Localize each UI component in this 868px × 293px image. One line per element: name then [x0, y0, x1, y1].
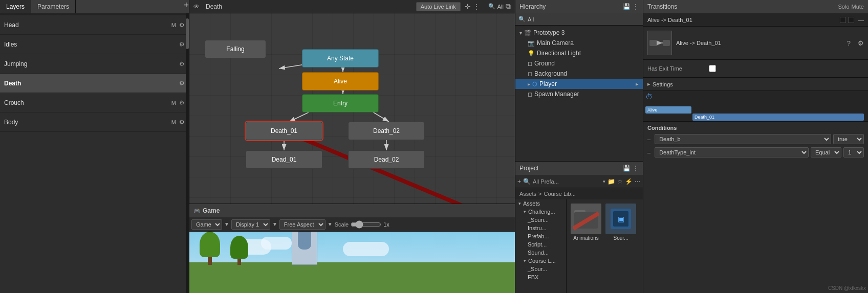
game-ground: [189, 262, 515, 293]
project-header-icons: 💾 ⋮: [623, 165, 639, 172]
proj-folder-fbx[interactable]: FBX: [515, 273, 566, 281]
scroll-thumb[interactable]: [186, 18, 189, 49]
animator-toolbar: ✛ ⋮: [465, 3, 480, 11]
game-display1-select[interactable]: Display 1: [231, 219, 270, 230]
animator-header: 👁 Death Auto Live Link ✛ ⋮ 🔍 All ⧉: [189, 0, 515, 13]
eye-icon[interactable]: 👁: [193, 3, 200, 10]
timeline-bars: Alive Death_01: [643, 102, 868, 122]
hier-item-main-camera[interactable]: 📷 Main Camera: [515, 38, 643, 48]
hier-item-background[interactable]: ◻ Background: [515, 69, 643, 79]
settings-icon[interactable]: ⚙: [858, 39, 864, 47]
tab-layers[interactable]: Layers: [0, 0, 31, 13]
mute-box[interactable]: [848, 17, 854, 23]
game-aspect-select[interactable]: Free Aspect: [279, 219, 326, 230]
tab-parameters[interactable]: Parameters: [31, 0, 76, 13]
layer-item-body[interactable]: Body M ⚙: [0, 112, 189, 132]
proj-search-icon[interactable]: 🔍: [523, 178, 531, 185]
proj-asset-animations[interactable]: Animations: [571, 204, 601, 241]
proj-folder-sound[interactable]: Sound...: [515, 249, 566, 257]
proj-folder-icon[interactable]: 📁: [607, 178, 615, 185]
cube2-icon: ◻: [528, 71, 532, 77]
game-display-select[interactable]: Game: [191, 219, 222, 230]
proj-filter-icon[interactable]: ⚡: [625, 178, 633, 185]
add-layer-button[interactable]: +: [183, 0, 189, 13]
game-panel: 🎮 Game Game ▼ Display 1 ▼ Free Aspect ▼ …: [189, 204, 515, 293]
node-entry[interactable]: Entry: [302, 94, 379, 112]
hier-item-spawn-manager[interactable]: ◻ Spawn Manager: [515, 89, 643, 99]
node-falling[interactable]: Falling: [205, 40, 266, 58]
proj-menu-icon[interactable]: ⋮: [633, 165, 639, 172]
proj-folder-soun[interactable]: _Soun...: [515, 216, 566, 224]
preview-icon: [647, 31, 672, 55]
condition-op-1[interactable]: true: [833, 134, 864, 144]
condition-equal-2[interactable]: Equal: [811, 147, 841, 157]
proj-folder-sour2[interactable]: _Sour...: [515, 265, 566, 273]
hier-item-ground[interactable]: ◻ Ground: [515, 58, 643, 69]
animations-folder-icon: [571, 204, 601, 234]
hier-item-player[interactable]: ▸ ⬡ Player ▸: [515, 79, 643, 89]
layer-gear-idles[interactable]: ⚙: [179, 41, 185, 48]
hierarchy-icons: 💾 ⋮: [623, 3, 639, 10]
layer-item-jumping[interactable]: Jumping ⚙: [0, 54, 189, 74]
game-icon: 🎮: [193, 208, 201, 214]
proj-star-icon[interactable]: ☆: [617, 178, 623, 185]
layer-item-death[interactable]: Death ⚙: [0, 74, 189, 93]
node-death01[interactable]: Death_01: [246, 122, 322, 140]
layer-item-idles[interactable]: Idles ⚙: [0, 35, 189, 54]
layer-item-head[interactable]: Head M ⚙: [0, 15, 189, 35]
hierarchy-save-icon[interactable]: 💾: [623, 3, 631, 10]
proj-folder-challeng[interactable]: ▾ Challeng...: [515, 208, 566, 216]
has-exit-time-checkbox[interactable]: [709, 65, 716, 72]
proj-folder-script[interactable]: Script...: [515, 240, 566, 249]
node-death02[interactable]: Death_02: [348, 122, 425, 140]
layer-gear-body[interactable]: ⚙: [179, 119, 185, 126]
svg-rect-9: [649, 40, 658, 46]
game-toolbar: Game ▼ Display 1 ▼ Free Aspect ▼ Scale 1…: [189, 217, 515, 232]
remove-transition-btn[interactable]: —: [858, 17, 864, 23]
layer-gear-head[interactable]: ⚙: [179, 21, 185, 29]
settings-toggle-btn[interactable]: ▸ Settings: [647, 81, 673, 87]
condition-param-1[interactable]: Death_b: [655, 134, 831, 144]
scale-slider[interactable]: [351, 220, 381, 229]
proj-save-icon[interactable]: 💾: [623, 165, 631, 172]
player-arrow-right: ▸: [636, 81, 639, 87]
menu-icon-btn[interactable]: ⋮: [473, 3, 480, 11]
hier-item-directional-light[interactable]: 💡 Directional Light: [515, 48, 643, 58]
layer-item-crouch[interactable]: Crouch M ⚙: [0, 93, 189, 112]
hierarchy-search-input[interactable]: [528, 16, 640, 22]
proj-more-icon[interactable]: ⋯: [635, 178, 641, 185]
layer-gear-crouch[interactable]: ⚙: [179, 99, 185, 106]
add-icon-btn[interactable]: ✛: [465, 3, 471, 11]
right-panel: Hierarchy 💾 ⋮ 🔍 ▾ 🎬 Prototype 3 📷 Main C…: [515, 0, 643, 293]
help-icon[interactable]: ?: [847, 39, 851, 47]
layer-list-area: Head M ⚙ Idles ⚙ Jumping ⚙ Death ⚙: [0, 13, 189, 293]
condition-row-2: – DeathType_int Equal 1: [647, 146, 864, 159]
camera-icon: 📷: [528, 40, 535, 47]
package-icon: ▣: [605, 204, 636, 234]
auto-live-button[interactable]: Auto Live Link: [416, 2, 461, 11]
prefab-icon: ⬡: [532, 81, 537, 87]
condition-val-2[interactable]: 1: [843, 147, 864, 157]
tree1: [200, 232, 220, 265]
proj-folder-prefab[interactable]: Prefab...: [515, 232, 566, 240]
hierarchy-menu-icon[interactable]: ⋮: [633, 3, 639, 10]
cube-icon: ◻: [528, 60, 532, 67]
inspector-timeline: ⏱ 0:00 1:00 2:00 Alive Death_01: [643, 91, 868, 122]
layer-gear-death[interactable]: ⚙: [179, 80, 185, 87]
node-dead01[interactable]: Dead_01: [246, 150, 322, 169]
proj-folder-assets[interactable]: ▾ Assets: [515, 199, 566, 208]
proj-asset-sour[interactable]: ▣ Sour...: [605, 204, 636, 241]
condition-param-2[interactable]: DeathType_int: [655, 147, 809, 157]
expand-search-btn[interactable]: ⧉: [506, 2, 511, 11]
preview-label-area: Alive -> Death_01: [676, 40, 843, 46]
solo-box[interactable]: [840, 17, 846, 23]
hier-item-prototype3[interactable]: ▾ 🎬 Prototype 3: [515, 28, 643, 38]
node-alive[interactable]: Alive: [302, 72, 379, 91]
layer-gear-jumping[interactable]: ⚙: [179, 60, 185, 67]
node-anystate[interactable]: Any State: [302, 49, 379, 67]
proj-add-icon[interactable]: +: [517, 178, 521, 185]
proj-folder-coursel[interactable]: ▾ Course L...: [515, 257, 566, 265]
proj-folder-instru[interactable]: Instru...: [515, 224, 566, 232]
node-dead02[interactable]: Dead_02: [348, 150, 425, 169]
panel-tabs: Layers Parameters +: [0, 0, 189, 13]
